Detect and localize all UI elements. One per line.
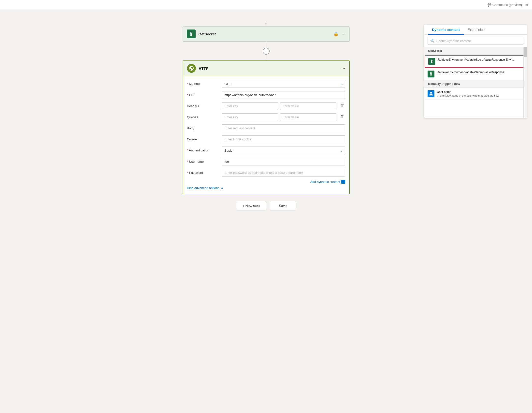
add-dynamic-content[interactable]: Add dynamic content + — [187, 180, 345, 184]
body-row: Body — [187, 124, 345, 132]
search-box: 🔍 — [428, 37, 523, 44]
connector-line-bottom — [266, 55, 266, 59]
item1-title: RetrieveEnvironmentVariableSecretValueRe… — [438, 58, 523, 61]
headers-delete-btn[interactable]: 🗑 — [339, 102, 345, 109]
globe-svg — [189, 66, 194, 71]
getsecret-card: GetSecret 🔒 ··· — [183, 26, 350, 42]
arrow-down-top: ↓ — [265, 20, 267, 25]
getsecret-icon — [187, 30, 196, 38]
headers-label: Headers — [187, 102, 219, 108]
dynamic-badge: + — [341, 180, 345, 184]
body-label: Body — [187, 124, 219, 130]
lock-icon[interactable]: 🔒 — [333, 31, 339, 37]
connector-line-top — [266, 43, 266, 48]
http-actions: ··· — [341, 66, 345, 71]
uri-input[interactable]: https://httpbin.org/basic-auth/foo/bar — [222, 91, 345, 99]
uri-row: URI https://httpbin.org/basic-auth/foo/b… — [187, 91, 345, 99]
getsecret-actions: 🔒 ··· — [333, 31, 345, 37]
item2-svg — [429, 72, 433, 76]
cookie-input[interactable] — [222, 135, 345, 143]
auth-select[interactable]: Basic ⌵ — [222, 147, 345, 154]
queries-row: Queries 🗑 — [187, 113, 345, 121]
queries-label: Queries — [187, 113, 219, 119]
http-card: HTTP ··· Method GET ⌵ URI https:// — [183, 60, 350, 194]
top-bar: 💬 Comments (preview) 🖥 — [0, 0, 532, 10]
item3-icon — [428, 90, 434, 97]
new-step-button[interactable]: + New step — [236, 201, 266, 210]
auth-label: Authentication — [187, 147, 219, 152]
chevron-up-icon: ∧ — [221, 186, 223, 190]
username-label: Username — [187, 158, 219, 163]
scroll-indicator[interactable] — [523, 47, 527, 118]
headers-row: Headers 🗑 — [187, 102, 345, 110]
panel-search-area: 🔍 — [424, 35, 527, 47]
headers-inputs — [222, 102, 336, 110]
username-row: Username foo — [187, 158, 345, 165]
comments-preview[interactable]: 💬 Comments (preview) — [488, 3, 522, 7]
item3-text: User name The display name of the user w… — [437, 90, 523, 97]
comment-icon: 💬 — [488, 3, 491, 7]
save-button[interactable]: Save — [270, 201, 296, 210]
panel-scroll: GetSecret RetrieveEnvironmentVariableSec… — [424, 47, 527, 118]
queries-delete-btn[interactable]: 🗑 — [339, 113, 345, 120]
password-row: Password — [187, 169, 345, 177]
item1-text: RetrieveEnvironmentVariableSecretValueRe… — [438, 58, 523, 61]
queries-inputs — [222, 113, 336, 121]
method-value: GET — [225, 82, 231, 86]
more-icon[interactable]: ··· — [342, 31, 345, 37]
getsecret-header[interactable]: GetSecret 🔒 ··· — [183, 27, 349, 42]
search-input[interactable] — [436, 39, 521, 43]
item3-subtitle: The display name of the user who trigger… — [437, 94, 523, 97]
add-step-circle[interactable]: + — [263, 48, 270, 55]
http-title: HTTP — [199, 66, 342, 71]
auth-chevron: ⌵ — [341, 148, 343, 152]
item3-svg — [429, 91, 433, 96]
fit-screen-icon[interactable]: 🖥 — [525, 3, 528, 7]
dynamic-item-2[interactable]: RetrieveEnvironmentVariableSecretValueRe… — [424, 68, 527, 80]
cookie-label: Cookie — [187, 135, 219, 141]
body-input[interactable] — [222, 124, 345, 132]
dynamic-content-panel: Dynamic content Expression 🔍 GetSecret — [424, 25, 527, 118]
item1-svg — [430, 59, 434, 64]
http-icon — [187, 64, 196, 73]
getsecret-title: GetSecret — [199, 32, 333, 36]
hide-advanced-label: Hide advanced options — [187, 186, 219, 190]
http-body: Method GET ⌵ URI https://httpbin.org/bas… — [183, 76, 349, 194]
http-more-icon[interactable]: ··· — [341, 66, 345, 71]
http-header[interactable]: HTTP ··· — [183, 61, 349, 76]
item2-icon — [428, 71, 434, 77]
queries-value-input[interactable] — [280, 113, 336, 121]
keyvault-svg — [188, 31, 194, 37]
item1-icon — [428, 58, 435, 65]
section-manual: Manually trigger a flow — [424, 80, 527, 88]
password-input[interactable] — [222, 169, 345, 177]
cookie-row: Cookie — [187, 135, 345, 143]
username-input[interactable]: foo — [222, 158, 345, 165]
item3-title: User name — [437, 90, 523, 94]
search-icon: 🔍 — [430, 39, 434, 43]
auth-value: Basic — [225, 149, 232, 152]
method-row: Method GET ⌵ — [187, 80, 345, 88]
scroll-thumb — [524, 47, 527, 57]
tab-expression[interactable]: Expression — [464, 25, 489, 35]
item2-title: RetrieveEnvironmentVariableSecretValueRe… — [437, 71, 523, 74]
method-select[interactable]: GET ⌵ — [222, 80, 345, 88]
panel-tabs: Dynamic content Expression — [424, 25, 527, 35]
dynamic-item-1[interactable]: RetrieveEnvironmentVariableSecretValueRe… — [425, 55, 526, 68]
connector: + — [263, 43, 270, 59]
auth-row: Authentication Basic ⌵ — [187, 147, 345, 154]
main-canvas: ↓ GetSecret 🔒 ··· + — [0, 10, 532, 413]
section-getsecret: GetSecret — [424, 47, 527, 55]
add-dynamic-label: Add dynamic content — [310, 180, 340, 184]
headers-value-input[interactable] — [280, 102, 336, 110]
comments-label: Comments (preview) — [492, 3, 522, 7]
tab-dynamic-content[interactable]: Dynamic content — [428, 25, 464, 35]
hide-advanced-options[interactable]: Hide advanced options ∧ — [187, 186, 345, 190]
headers-key-input[interactable] — [222, 102, 278, 110]
dynamic-item-3[interactable]: User name The display name of the user w… — [424, 88, 527, 100]
method-label: Method — [187, 80, 219, 86]
item2-text: RetrieveEnvironmentVariableSecretValueRe… — [437, 71, 523, 74]
uri-label: URI — [187, 91, 219, 97]
queries-key-input[interactable] — [222, 113, 278, 121]
method-chevron: ⌵ — [341, 82, 343, 86]
